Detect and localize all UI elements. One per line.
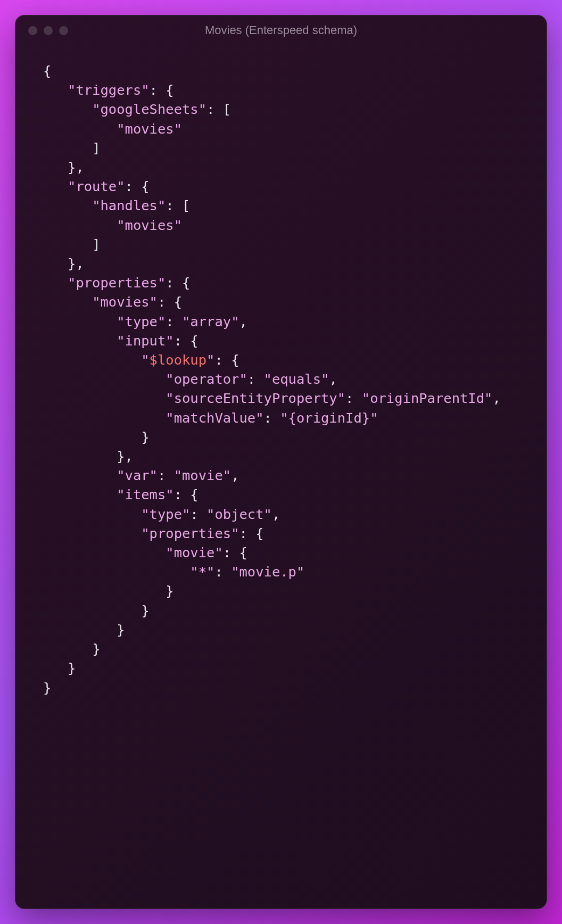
code-token: : { <box>174 486 199 502</box>
code-token: "input" <box>117 333 173 349</box>
titlebar: Movies (Enterspeed schema) <box>15 15 547 45</box>
code-token: $lookup <box>150 352 206 368</box>
code-line: ] <box>43 138 535 158</box>
code-line: "movies": { <box>43 292 535 311</box>
code-line: "handles": [ <box>43 196 535 215</box>
code-token: "*" <box>190 564 214 580</box>
code-token: "operator" <box>166 371 247 387</box>
code-token: ] <box>92 140 100 156</box>
code-area[interactable]: { "triggers": { "googleSheets": [ "movie… <box>15 45 547 909</box>
code-content: { "triggers": { "googleSheets": [ "movie… <box>43 61 535 697</box>
code-token: "originParentId" <box>362 390 493 406</box>
code-token: "movies" <box>117 121 182 137</box>
code-token: "movie" <box>166 544 222 560</box>
code-token: : <box>166 314 182 329</box>
code-token: : { <box>166 275 190 291</box>
code-token: } <box>68 660 76 676</box>
code-token: " <box>206 352 214 368</box>
code-line: } <box>43 601 535 620</box>
code-token: : <box>214 564 231 580</box>
code-line: ] <box>43 235 535 254</box>
code-token: "sourceEntityProperty" <box>166 390 345 406</box>
code-line: "type": "array", <box>43 312 535 331</box>
code-token: }, <box>117 448 133 464</box>
code-line: }, <box>43 447 535 466</box>
code-token: : { <box>174 333 199 349</box>
code-line: } <box>43 427 535 447</box>
code-token: , <box>231 467 239 483</box>
code-token: : { <box>150 82 174 98</box>
code-line: "movies" <box>43 216 535 235</box>
code-token: : <box>158 467 174 483</box>
code-line: } <box>43 678 535 697</box>
code-line: "properties": { <box>43 273 535 292</box>
code-token: { <box>43 63 51 79</box>
code-line: "movies" <box>43 119 535 138</box>
code-line: { <box>43 61 535 80</box>
code-line: "operator": "equals", <box>43 369 535 389</box>
code-line: }, <box>43 254 535 273</box>
code-token: : <box>190 506 206 522</box>
code-token: "type" <box>141 506 190 522</box>
code-line: "properties": { <box>43 524 535 543</box>
code-line: "items": { <box>43 485 535 504</box>
code-token: } <box>117 622 125 638</box>
code-token: }, <box>68 159 84 175</box>
code-line: "var": "movie", <box>43 466 535 485</box>
code-token: : <box>345 390 362 406</box>
code-line: "triggers": { <box>43 80 535 100</box>
code-token: : { <box>223 544 247 560</box>
code-token: : <box>264 410 280 426</box>
code-token: "movie.p" <box>231 564 304 580</box>
code-token: "movies" <box>92 294 158 310</box>
code-token: "handles" <box>92 197 166 213</box>
code-token: "triggers" <box>68 82 150 98</box>
code-token: "matchValue" <box>166 410 263 426</box>
code-token: "properties" <box>68 275 166 291</box>
code-token: : { <box>125 178 150 194</box>
minimize-icon[interactable] <box>44 26 53 35</box>
code-token: } <box>141 603 149 618</box>
code-line: "matchValue": "{originId}" <box>43 408 535 427</box>
maximize-icon[interactable] <box>59 26 68 35</box>
code-line: "*": "movie.p" <box>43 562 535 581</box>
code-token: , <box>239 314 247 329</box>
code-token: "googleSheets" <box>92 101 206 117</box>
code-token: "movie" <box>174 467 231 483</box>
code-token: "array" <box>182 314 239 329</box>
code-token: "{originId}" <box>280 410 378 426</box>
code-token: : [ <box>206 101 231 117</box>
traffic-lights <box>28 26 68 35</box>
code-token: : [ <box>166 197 190 213</box>
code-token: : <box>247 371 264 387</box>
code-token: "properties" <box>141 525 239 541</box>
code-token: }, <box>68 255 84 271</box>
code-token: "movies" <box>117 217 182 233</box>
code-token: : { <box>214 352 239 368</box>
code-token: } <box>141 429 149 445</box>
window-title: Movies (Enterspeed schema) <box>15 23 547 37</box>
code-token: , <box>492 390 500 406</box>
code-token: " <box>141 352 149 368</box>
code-line: "route": { <box>43 177 535 196</box>
code-token: "type" <box>117 314 166 329</box>
code-line: } <box>43 581 535 600</box>
code-line: "googleSheets": [ <box>43 100 535 119</box>
code-line: "sourceEntityProperty": "originParentId"… <box>43 389 535 408</box>
code-line: } <box>43 639 535 658</box>
code-token: : { <box>239 525 263 541</box>
code-line: }, <box>43 158 535 177</box>
code-token: "items" <box>117 486 173 502</box>
code-line: "$lookup": { <box>43 350 535 369</box>
code-token: , <box>272 506 280 522</box>
code-line: "type": "object", <box>43 505 535 524</box>
code-line: } <box>43 620 535 639</box>
code-token: "var" <box>117 467 158 483</box>
code-token: } <box>166 583 173 599</box>
code-token: ] <box>92 236 100 252</box>
code-token: } <box>43 680 51 696</box>
code-window: Movies (Enterspeed schema) { "triggers":… <box>15 15 547 909</box>
code-token: , <box>329 371 337 387</box>
code-line: } <box>43 658 535 678</box>
close-icon[interactable] <box>28 26 37 35</box>
